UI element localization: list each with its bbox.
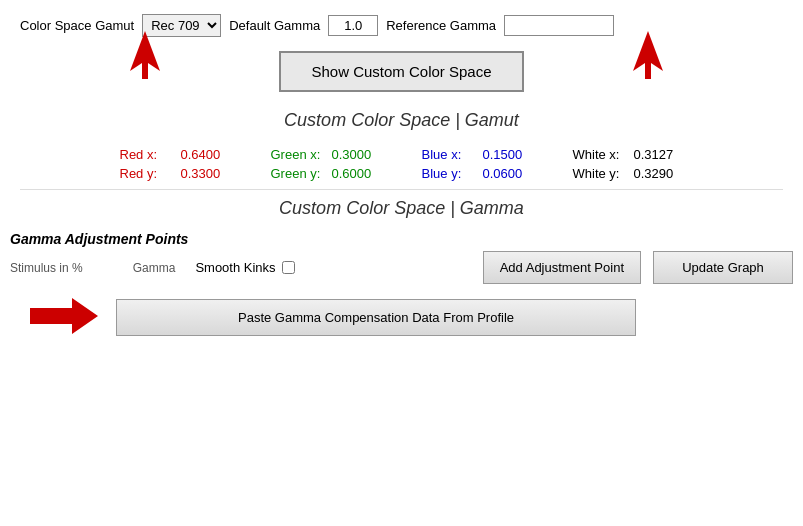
update-graph-button[interactable]: Update Graph bbox=[653, 251, 793, 284]
green-col: Green x: 0.3000 Green y: 0.6000 bbox=[271, 147, 382, 181]
smooth-kinks-label: Smooth Kinks bbox=[195, 260, 275, 275]
gamma-controls-row: Stimulus in % Gamma Smooth Kinks Add Adj… bbox=[0, 251, 803, 284]
gamma-adjustment-points-label: Gamma Adjustment Points bbox=[0, 231, 803, 247]
white-x-label: White x: bbox=[573, 147, 628, 162]
reference-gamma-input[interactable] bbox=[504, 15, 614, 36]
white-y-label: White y: bbox=[573, 166, 628, 181]
white-x-value: 0.3127 bbox=[634, 147, 684, 162]
column-headers: Stimulus in % Gamma bbox=[10, 261, 175, 275]
arrow-left-icon bbox=[110, 21, 180, 84]
svg-marker-2 bbox=[30, 298, 98, 334]
arrow-right-icon bbox=[613, 21, 683, 84]
gamut-section-title: Custom Color Space | Gamut bbox=[0, 110, 803, 131]
white-col: White x: 0.3127 White y: 0.3290 bbox=[573, 147, 684, 181]
show-custom-color-space-button[interactable]: Show Custom Color Space bbox=[279, 51, 523, 92]
green-x-label: Green x: bbox=[271, 147, 326, 162]
paste-arrow-icon bbox=[30, 296, 100, 339]
gamut-grid: Red x: 0.6400 Red y: 0.3300 Green x: 0.3… bbox=[0, 147, 803, 181]
red-x-label: Red x: bbox=[120, 147, 175, 162]
blue-col: Blue x: 0.1500 Blue y: 0.0600 bbox=[422, 147, 533, 181]
green-x-value: 0.3000 bbox=[332, 147, 382, 162]
blue-x-value: 0.1500 bbox=[483, 147, 533, 162]
blue-x-label: Blue x: bbox=[422, 147, 477, 162]
green-y-value: 0.6000 bbox=[332, 166, 382, 181]
add-adjustment-point-button[interactable]: Add Adjustment Point bbox=[483, 251, 641, 284]
white-y-value: 0.3290 bbox=[634, 166, 684, 181]
right-buttons: Add Adjustment Point Update Graph bbox=[483, 251, 793, 284]
red-y-value: 0.3300 bbox=[181, 166, 231, 181]
section-divider bbox=[20, 189, 783, 190]
svg-marker-1 bbox=[633, 31, 663, 79]
blue-y-label: Blue y: bbox=[422, 166, 477, 181]
gamma-section-title: Custom Color Space | Gamma bbox=[0, 198, 803, 219]
red-col: Red x: 0.6400 Red y: 0.3300 bbox=[120, 147, 231, 181]
paste-row: Paste Gamma Compensation Data From Profi… bbox=[0, 284, 803, 339]
gamma-col-label: Gamma bbox=[133, 261, 176, 275]
stimulus-label: Stimulus in % bbox=[10, 261, 83, 275]
smooth-kinks-checkbox[interactable] bbox=[282, 261, 295, 274]
reference-gamma-label: Reference Gamma bbox=[386, 18, 496, 33]
red-x-value: 0.6400 bbox=[181, 147, 231, 162]
blue-y-value: 0.0600 bbox=[483, 166, 533, 181]
red-y-label: Red y: bbox=[120, 166, 175, 181]
paste-gamma-compensation-button[interactable]: Paste Gamma Compensation Data From Profi… bbox=[116, 299, 636, 336]
default-gamma-input[interactable] bbox=[328, 15, 378, 36]
svg-marker-0 bbox=[130, 31, 160, 79]
default-gamma-label: Default Gamma bbox=[229, 18, 320, 33]
smooth-kinks-area: Smooth Kinks bbox=[195, 260, 294, 275]
green-y-label: Green y: bbox=[271, 166, 326, 181]
